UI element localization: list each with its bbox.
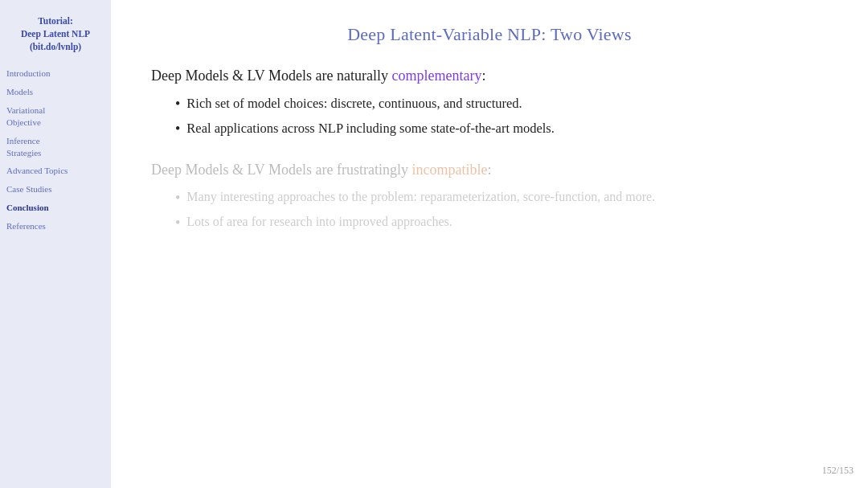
faded-section: Deep Models & LV Models are frustratingl… [151,162,828,243]
faded-bullet-1: Many interesting approaches to the probl… [175,190,828,207]
active-section: Deep Models & LV Models are naturally co… [151,68,828,162]
faded-intro-suffix: : [487,162,491,178]
active-bullet-2: Real applications across NLP including s… [175,121,828,137]
active-bullet-list: Rich set of model choices: discrete, con… [175,96,828,137]
sidebar-title-line3: (bit.do/lvnlp) [30,42,81,51]
page-number: 152/153 [822,465,854,477]
faded-intro-text: Deep Models & LV Models are frustratingl… [151,162,411,178]
faded-bullet-list: Many interesting approaches to the probl… [175,190,828,232]
active-section-intro: Deep Models & LV Models are naturally co… [151,68,828,84]
sidebar-nav: Introduction Models VariationalObjective… [0,64,111,235]
sidebar-item-models[interactable]: Models [0,83,111,101]
sidebar-item-variational-objective[interactable]: VariationalObjective [0,101,111,132]
faded-bullet-2: Lots of area for research into improved … [175,215,828,232]
slide-title: Deep Latent-Variable NLP: Two Views [151,24,828,45]
faded-intro-highlight: incompatible [411,162,487,178]
sidebar-title-line1: Tutorial: [38,16,73,26]
sidebar-item-conclusion[interactable]: Conclusion [0,199,111,217]
faded-section-intro: Deep Models & LV Models are frustratingl… [151,162,828,178]
sidebar-title-line2: Deep Latent NLP [21,29,90,39]
active-intro-suffix: : [481,68,485,84]
active-bullet-1: Rich set of model choices: discrete, con… [175,96,828,113]
main-content: Deep Latent-Variable NLP: Two Views Deep… [111,0,868,488]
active-intro-highlight: complementary [391,68,481,84]
sidebar-item-advanced-topics[interactable]: Advanced Topics [0,162,111,180]
sidebar: Tutorial: Deep Latent NLP (bit.do/lvnlp)… [0,0,111,488]
sidebar-title: Tutorial: Deep Latent NLP (bit.do/lvnlp) [0,8,111,64]
sidebar-item-case-studies[interactable]: Case Studies [0,180,111,199]
sidebar-item-references[interactable]: References [0,217,111,236]
active-intro-text: Deep Models & LV Models are naturally [151,68,391,84]
sidebar-item-inference-strategies[interactable]: InferenceStrategies [0,132,111,162]
sidebar-item-introduction[interactable]: Introduction [0,64,111,83]
